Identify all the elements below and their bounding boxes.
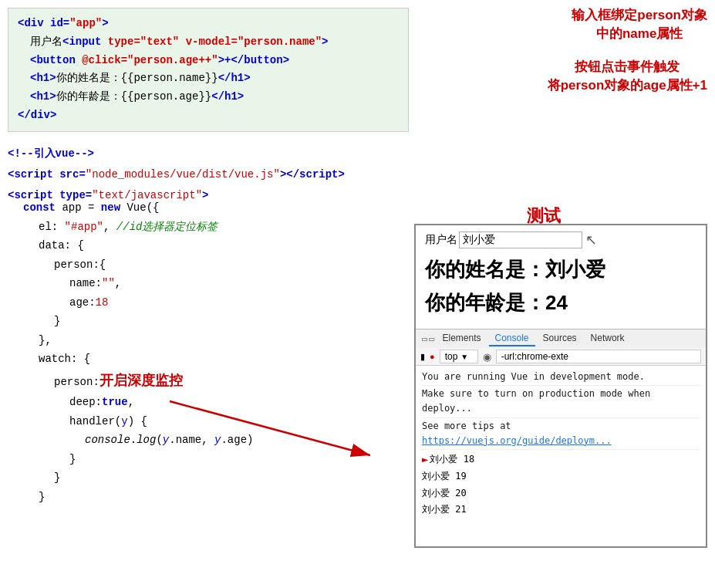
preview-box: 用户名 ↖ 你的姓名是：刘小爱 你的年龄是：24 ▭ ▭ Elements Co…	[414, 224, 707, 548]
tag-h1-age: <h1>	[30, 90, 56, 103]
console-info-2: Make sure to turn on production mode whe…	[422, 386, 700, 417]
js-data: data: {	[39, 236, 409, 255]
console-out-3: 刘小爱 20	[422, 485, 700, 502]
page-container: <div id="app"> 用户名<input type="text" v-m…	[0, 0, 715, 588]
console-info-1: You are running Vue in development mode.	[422, 369, 700, 386]
toolbar-icon-3: ◉	[483, 351, 491, 363]
console-out-2: 刘小爱 19	[422, 468, 700, 485]
preview-age-h1: 你的年龄是：24	[425, 289, 696, 316]
tab-network[interactable]: Network	[585, 331, 631, 346]
console-info-3: See more tips at https://vuejs.org/guide…	[422, 418, 700, 450]
username-text: 用户名	[30, 35, 62, 48]
js-watch-close: }	[39, 488, 409, 507]
preview-content: 用户名 ↖ 你的姓名是：刘小爱 你的年龄是：24	[416, 225, 706, 329]
comment-vue: <!--引入vue-->	[8, 144, 409, 164]
js-data-close: },	[39, 331, 409, 350]
tab-sources[interactable]: Sources	[537, 331, 583, 346]
js-console: console.log(y.name, y.age)	[85, 431, 409, 450]
devtools-icon-2: ▭	[429, 333, 434, 345]
js-deep: deep:true,	[69, 393, 409, 412]
js-watch-person: person:开启深度监控	[54, 369, 409, 394]
tag-input: <input type="text" v-model="person.name"…	[62, 35, 329, 48]
html-code-box: <div id="app"> 用户名<input type="text" v-m…	[8, 8, 409, 132]
js-code-area: const app = new Vue({ el: "#app", //id选择…	[8, 198, 409, 506]
js-watch-person-close: }	[54, 468, 409, 488]
tag-button: <button @click="person.age++">+</button>	[30, 54, 289, 66]
console-out-1: ► 刘小爱 18	[422, 450, 700, 468]
preview-name-h1: 你的姓名是：刘小爱	[425, 256, 696, 283]
tab-console[interactable]: Console	[489, 331, 535, 346]
devtools-toolbar: ▮ ● top ▼ ◉ -url:chrome-exte	[416, 348, 706, 366]
toolbar-icon-1: ▮	[420, 352, 425, 362]
tag-h1-name: <h1>	[30, 72, 56, 84]
js-el: el: "#app", //id选择器定位标签	[39, 218, 409, 237]
js-person: person:{	[54, 255, 409, 275]
toolbar-filter-input[interactable]: -url:chrome-exte	[496, 350, 701, 363]
script-src: <script src="node_modules/vue/dist/vue.j…	[8, 165, 409, 184]
toolbar-icon-2: ●	[430, 352, 435, 361]
js-handler: handler(y) {	[69, 412, 409, 431]
js-const: const app = new Vue({	[23, 198, 409, 218]
devtools-console: You are running Vue in development mode.…	[416, 366, 706, 521]
devtools-icon-1: ▭	[422, 333, 427, 345]
html-line-h1-age: <h1>你的年龄是：{{person.age}}</h1>	[30, 88, 399, 106]
html-line-h1-name: <h1>你的姓名是：{{person.name}}</h1>	[30, 69, 399, 88]
html-line-input: 用户名<input type="text" v-model="person.na…	[30, 33, 399, 52]
toolbar-top-select[interactable]: top ▼	[440, 350, 478, 363]
cursor-icon: ↖	[585, 231, 597, 248]
console-out-4: 刘小爱 21	[422, 502, 700, 518]
js-handler-close: }	[69, 450, 409, 469]
tag-div-close: </div>	[18, 109, 56, 121]
html-line-div-close: </div>	[18, 106, 399, 125]
js-watch: watch: {	[39, 350, 409, 369]
devtools-tabs-bar: ▭ ▭ Elements Console Sources Network	[416, 329, 706, 348]
preview-input-row: 用户名 ↖	[425, 231, 696, 248]
js-name: name:"",	[69, 274, 409, 293]
preview-username-label: 用户名	[425, 233, 457, 247]
tab-elements[interactable]: Elements	[436, 331, 487, 346]
devtools-tab-row: ▭ ▭ Elements Console Sources Network	[416, 329, 706, 348]
js-person-close: }	[54, 312, 409, 331]
preview-username-input[interactable]	[459, 231, 582, 248]
annotation-input-binding: 输入框绑定person对象中的name属性	[572, 6, 707, 43]
arrow-indicator: ►	[422, 451, 428, 468]
tag-div-open: <div id="app">	[18, 17, 109, 29]
html-line-div-open: <div id="app">	[18, 15, 399, 33]
annotation-button-click: 按钮点击事件触发将person对象的age属性+1	[548, 58, 707, 95]
html-line-button: <button @click="person.age++">+</button>	[30, 52, 399, 70]
js-age: age:18	[69, 293, 409, 313]
